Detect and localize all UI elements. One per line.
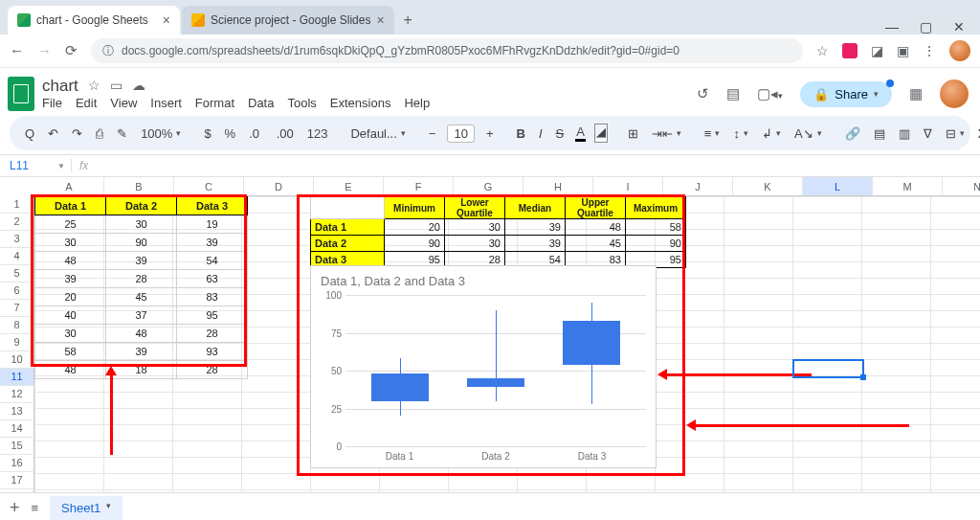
functions-icon[interactable]: Σ [976, 124, 980, 143]
row-header[interactable]: 4 [0, 248, 34, 265]
increase-decimal-icon[interactable]: .00 [275, 124, 296, 143]
close-icon[interactable]: × [376, 12, 384, 28]
menu-data[interactable]: Data [248, 97, 274, 110]
borders-icon[interactable]: ⊞ [626, 124, 640, 143]
text-color-icon[interactable]: A [575, 124, 586, 142]
star-icon[interactable]: ☆ [88, 79, 100, 93]
account-avatar-icon[interactable] [940, 79, 969, 108]
column-header[interactable]: M [873, 177, 943, 196]
row-header[interactable]: 9 [0, 334, 34, 351]
row-header[interactable]: 14 [0, 420, 34, 438]
close-icon[interactable]: × [163, 12, 170, 28]
data-table-1[interactable]: Data 1Data 2Data 32530193090394839543928… [34, 196, 248, 379]
chrome-tab-slides[interactable]: Science project - Google Slides × [182, 6, 394, 34]
url-input[interactable]: ⓘ docs.google.com/spreadsheets/d/1rum6sq… [91, 38, 803, 63]
maximize-icon[interactable]: ▢ [920, 19, 932, 34]
menu-tools[interactable]: Tools [287, 97, 316, 110]
column-header[interactable]: N [943, 177, 980, 196]
merge-icon[interactable]: ⇥⇤▾ [650, 124, 683, 143]
stats-table[interactable]: MinimumLower QuartileMedianUpper Quartil… [310, 196, 686, 268]
column-header[interactable]: E [314, 177, 384, 196]
new-tab-button[interactable]: + [396, 6, 420, 34]
filter-icon[interactable]: ∇ [922, 124, 934, 143]
nav-back-icon[interactable]: ← [10, 42, 24, 59]
row-header[interactable]: 3 [0, 231, 34, 248]
font-size-inc[interactable]: + [484, 124, 496, 143]
minimize-icon[interactable]: — [885, 19, 899, 34]
menu-format[interactable]: Format [195, 97, 234, 110]
font-size-dec[interactable]: − [427, 124, 438, 143]
search-menu-icon[interactable]: Q [23, 124, 36, 143]
spreadsheet-grid[interactable]: ABCDEFGHIJKLMNO 123456789101112131415161… [0, 177, 980, 520]
decrease-decimal-icon[interactable]: .0 [247, 124, 264, 143]
candlestick-chart[interactable]: Data 1, Data 2 and Data 3 0255075100Data… [310, 265, 657, 468]
chrome-menu-icon[interactable]: ⋮ [923, 43, 936, 58]
column-header[interactable]: C [174, 177, 244, 196]
doc-name[interactable]: chart [42, 78, 78, 96]
extension-icon[interactable]: ◪ [871, 43, 883, 58]
menu-insert[interactable]: Insert [150, 97, 182, 110]
column-header[interactable]: L [803, 177, 873, 196]
redo-icon[interactable]: ↷ [70, 124, 84, 143]
menu-extensions[interactable]: Extensions [330, 97, 391, 110]
row-header[interactable]: 7 [0, 300, 34, 317]
site-info-icon[interactable]: ⓘ [102, 43, 114, 59]
column-header[interactable]: H [523, 177, 593, 196]
close-window-icon[interactable]: ✕ [953, 19, 965, 34]
selected-cell[interactable] [792, 359, 864, 378]
wrap-icon[interactable]: ↲▾ [760, 124, 783, 143]
strike-icon[interactable]: S [554, 124, 567, 143]
italic-icon[interactable]: I [537, 124, 545, 143]
column-header[interactable]: G [454, 177, 523, 196]
column-header[interactable]: I [593, 177, 663, 196]
add-sheet-icon[interactable]: + [10, 498, 20, 518]
sheet-tab[interactable]: Sheet1 ▾ [50, 496, 122, 520]
halign-icon[interactable]: ≡▾ [702, 124, 723, 143]
share-button[interactable]: 🔒 Share ▾ [800, 81, 892, 107]
chrome-tab-sheets[interactable]: chart - Google Sheets × [8, 6, 180, 34]
name-box[interactable]: L11 [0, 159, 57, 172]
undo-icon[interactable]: ↶ [46, 124, 60, 143]
move-icon[interactable]: ▭ [110, 79, 122, 93]
menu-file[interactable]: File [42, 97, 62, 110]
bookmark-icon[interactable]: ☆ [816, 43, 829, 58]
row-header[interactable]: 8 [0, 317, 34, 334]
row-header[interactable]: 13 [0, 403, 34, 420]
row-header[interactable]: 1 [0, 196, 34, 214]
filter-views-icon[interactable]: ⊟▾ [944, 124, 967, 143]
history-icon[interactable]: ↺ [697, 85, 709, 102]
link-icon[interactable]: 🔗 [843, 124, 862, 143]
rotate-icon[interactable]: A↘▾ [792, 124, 824, 143]
font-size-input[interactable]: 10 [447, 124, 474, 143]
row-header[interactable]: 12 [0, 386, 34, 403]
zoom-select[interactable]: 100%▾ [139, 124, 183, 143]
valign-icon[interactable]: ↕▾ [731, 124, 750, 143]
menu-help[interactable]: Help [404, 97, 430, 110]
extension-icon[interactable]: ▣ [897, 43, 909, 58]
insert-chart-icon[interactable]: ▥ [897, 124, 912, 143]
column-header[interactable]: F [384, 177, 454, 196]
profile-avatar-icon[interactable] [949, 40, 970, 61]
column-header[interactable]: A [34, 177, 104, 196]
all-sheets-icon[interactable]: ≡ [32, 501, 39, 515]
column-header[interactable]: D [244, 177, 314, 196]
bold-icon[interactable]: B [515, 124, 527, 143]
column-header[interactable]: J [663, 177, 733, 196]
row-header[interactable]: 5 [0, 265, 34, 283]
row-header[interactable]: 15 [0, 438, 34, 455]
menu-view[interactable]: View [110, 97, 137, 110]
extension-pink-icon[interactable] [842, 43, 858, 58]
number-format-icon[interactable]: 123 [305, 124, 330, 143]
comments-icon[interactable]: ▤ [726, 85, 740, 102]
currency-icon[interactable]: $ [202, 124, 212, 143]
name-box-dropdown-icon[interactable]: ▼ [57, 162, 71, 170]
row-header[interactable]: 17 [0, 472, 34, 489]
nav-reload-icon[interactable]: ⟳ [65, 42, 78, 59]
paint-format-icon[interactable]: ✎ [115, 124, 129, 143]
comment-icon[interactable]: ▤ [872, 124, 887, 143]
font-select[interactable]: Defaul...▾ [348, 124, 407, 143]
cloud-status-icon[interactable]: ☁ [132, 79, 145, 93]
quick-sidebar-icon[interactable]: ▦ [909, 85, 923, 102]
meet-icon[interactable]: ▢◂▾ [757, 85, 783, 102]
column-header[interactable]: K [733, 177, 803, 196]
